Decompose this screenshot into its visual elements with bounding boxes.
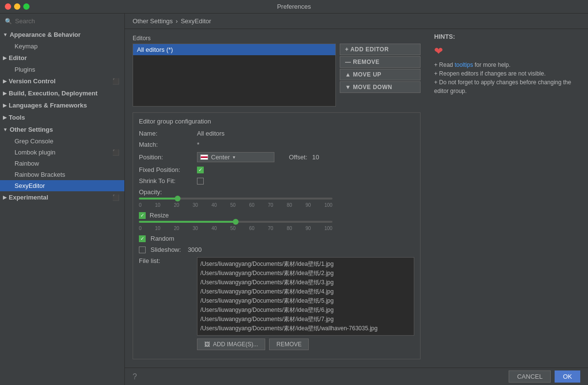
sidebar-item-version-control[interactable]: ▶ Version Control ⬛ — [0, 75, 124, 87]
position-value: Center — [211, 154, 230, 161]
cancel-button[interactable]: CANCEL — [509, 370, 551, 383]
resize-row: ✓ Resize 0102030405060708090100 — [139, 212, 414, 231]
chevron-right-icon: ▶ — [3, 78, 7, 84]
sidebar-item-plugins[interactable]: Plugins — [0, 64, 124, 75]
chevron-right-icon: ▶ — [3, 91, 7, 96]
offset-value: 10 — [312, 154, 319, 161]
heart-icon: ❤ — [434, 45, 582, 58]
list-item[interactable]: /Users/liuwangyang/Documents/素材/idea壁纸/3… — [199, 278, 412, 287]
image-buttons: 🖼 ADD IMAGE(S)... REMOVE — [197, 339, 414, 350]
slideshow-checkbox[interactable] — [139, 246, 146, 253]
hints-panel: HINTS: ❤ + Read tooltips for more help. … — [428, 29, 588, 368]
opacity-slider[interactable] — [139, 198, 332, 200]
list-item[interactable]: /Users/liuwangyang/Documents/素材/idea壁纸/2… — [199, 269, 412, 278]
badge-icon: ⬛ — [112, 78, 120, 85]
offset-label: Offset: — [289, 154, 307, 161]
window-controls[interactable] — [5, 3, 30, 10]
resize-thumb[interactable] — [233, 219, 239, 225]
hints-link[interactable]: tooltips — [454, 62, 473, 68]
sidebar-item-tools[interactable]: ▶ Tools — [0, 111, 124, 123]
sidebar-item-rainbow-brackets[interactable]: Rainbow Brackets — [0, 169, 124, 180]
content-area: Other Settings › SexyEditor Editors All … — [125, 14, 588, 385]
bottom-buttons: CANCEL OK — [509, 370, 580, 383]
right-buttons-panel: + ADD EDITOR — REMOVE ▲ MOVE UP ▼ MOVE D… — [336, 44, 421, 107]
ok-button[interactable]: OK — [555, 370, 580, 383]
list-item[interactable]: /Users/liuwangyang/Documents/素材/idea壁纸/7… — [199, 315, 412, 324]
sidebar-item-label: Grep Console — [15, 138, 53, 145]
title-bar: Preferences — [0, 0, 588, 14]
position-label: Position: — [139, 154, 192, 161]
sidebar-item-grep-console[interactable]: Grep Console — [0, 136, 124, 147]
match-label: Match: — [139, 141, 192, 148]
badge-icon: ⬛ — [112, 149, 120, 156]
chevron-down-icon: ▼ — [3, 127, 8, 132]
random-checkbox[interactable]: ✓ — [139, 235, 146, 242]
file-list-label: File list: — [139, 257, 192, 264]
list-item[interactable]: /Users/liuwangyang/Documents/素材/idea壁纸/5… — [199, 296, 412, 306]
sidebar-item-other-settings[interactable]: ▼ Other Settings — [0, 123, 124, 136]
remove-image-button[interactable]: REMOVE — [269, 339, 309, 350]
hints-text: + Read tooltips for more help. + Reopen … — [434, 61, 582, 95]
search-box[interactable]: 🔍 — [0, 14, 124, 29]
fixed-position-checkbox[interactable]: ✓ — [197, 167, 204, 173]
editor-item[interactable]: All editors (*) — [133, 44, 335, 55]
sidebar-item-appearance[interactable]: ▼ Appearance & Behavior — [0, 29, 124, 41]
sidebar-item-experimental[interactable]: ▶ Experimental ⬛ — [0, 191, 124, 203]
fixed-position-row: Fixed Position: ✓ — [139, 166, 414, 173]
close-button[interactable] — [5, 3, 11, 10]
breadcrumb-current: SexyEditor — [181, 17, 211, 25]
add-images-button[interactable]: 🖼 ADD IMAGE(S)... — [197, 339, 265, 350]
sidebar-item-label: SexyEditor — [15, 182, 45, 189]
sidebar-item-keymap[interactable]: Keymap — [0, 41, 124, 52]
breadcrumb: Other Settings › SexyEditor — [125, 14, 588, 29]
opacity-thumb[interactable] — [175, 196, 181, 201]
list-item[interactable]: /Users/liuwangyang/Documents/素材/idea壁纸/1… — [199, 260, 412, 269]
sidebar-item-languages[interactable]: ▶ Languages & Frameworks — [0, 99, 124, 111]
search-input[interactable] — [15, 17, 120, 25]
sidebar-item-build[interactable]: ▶ Build, Execution, Deployment — [0, 87, 124, 99]
sidebar-item-label: Plugins — [15, 66, 35, 73]
config-section-title: Editor group configuration — [139, 118, 414, 125]
add-images-label: ADD IMAGE(S)... — [213, 341, 258, 348]
position-row: Position: Center ▾ Offset: 10 — [139, 152, 414, 162]
sidebar-item-sexy-editor[interactable]: SexyEditor — [0, 180, 124, 191]
chevron-right-icon: ▶ — [3, 55, 7, 61]
badge-icon: ⬛ — [112, 194, 120, 201]
minimize-button[interactable] — [14, 3, 20, 10]
add-editor-button[interactable]: + ADD EDITOR — [340, 44, 421, 55]
editors-list[interactable]: All editors (*) — [133, 44, 336, 107]
name-value: All editors — [197, 130, 225, 137]
maximize-button[interactable] — [23, 3, 30, 10]
help-icon[interactable]: ? — [133, 372, 137, 381]
sidebar-item-label: Build, Execution, Deployment — [9, 90, 97, 97]
slideshow-row: Slideshow: 3000 — [139, 246, 414, 253]
chevron-down-icon: ▼ — [3, 32, 8, 37]
move-up-button[interactable]: ▲ MOVE UP — [340, 69, 421, 80]
sidebar-item-editor[interactable]: ▶ Editor — [0, 52, 124, 64]
sidebar-item-rainbow[interactable]: Rainbow — [0, 158, 124, 169]
resize-slider[interactable] — [139, 221, 332, 223]
editors-section-label: Editors — [133, 35, 421, 42]
chevron-right-icon: ▶ — [3, 195, 7, 200]
list-item[interactable]: /Users/liuwangyang/Documents/素材/idea壁纸/4… — [199, 287, 412, 296]
opacity-fill — [139, 198, 178, 200]
move-down-button[interactable]: ▼ MOVE DOWN — [340, 81, 421, 93]
opacity-row: Opacity: 0102030405060708090100 — [139, 188, 414, 208]
list-item[interactable]: /Users/liuwangyang/Documents/素材/idea壁纸/w… — [199, 324, 412, 333]
shrink-label: Shrink To Fit: — [139, 177, 192, 185]
resize-checkbox[interactable]: ✓ — [139, 212, 146, 219]
name-label: Name: — [139, 130, 192, 137]
match-value: * — [197, 141, 199, 148]
random-label: Random — [151, 235, 174, 242]
file-list[interactable]: /Users/liuwangyang/Documents/素材/idea壁纸/1… — [197, 257, 414, 336]
config-section: Editor group configuration Name: All edi… — [133, 112, 421, 359]
position-dropdown[interactable]: Center ▾ — [197, 152, 274, 162]
remove-button[interactable]: — REMOVE — [340, 56, 421, 68]
sidebar: 🔍 ▼ Appearance & Behavior Keymap ▶ Edito… — [0, 14, 125, 385]
sidebar-item-label: Appearance & Behavior — [10, 31, 81, 38]
sidebar-item-lombok[interactable]: Lombok plugin ⬛ — [0, 147, 124, 158]
shrink-checkbox[interactable] — [197, 178, 204, 185]
sidebar-item-label: Lombok plugin — [15, 149, 56, 156]
list-item[interactable]: /Users/liuwangyang/Documents/素材/idea壁纸/6… — [199, 306, 412, 315]
chevron-right-icon: ▶ — [3, 103, 7, 108]
